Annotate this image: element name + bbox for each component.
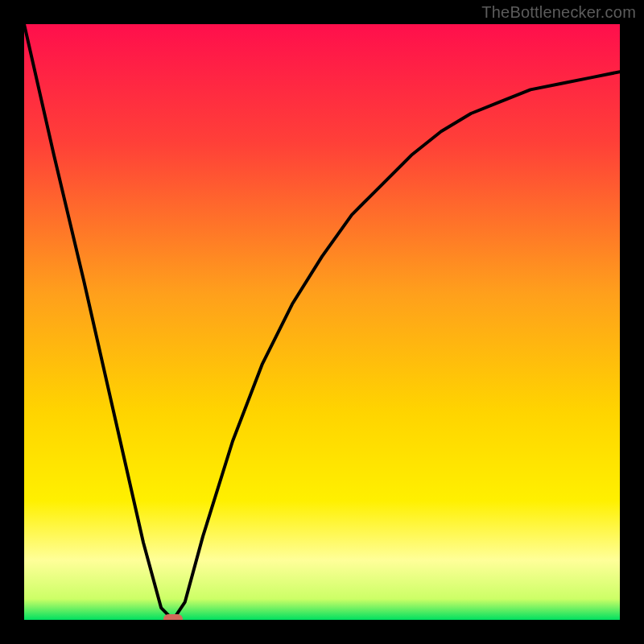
watermark-text: TheBottlenecker.com: [481, 3, 636, 22]
gradient-background: [24, 24, 620, 620]
chart-svg: [24, 24, 620, 620]
plot-area: [24, 24, 620, 620]
chart-frame: TheBottlenecker.com: [0, 0, 644, 644]
optimal-marker: [163, 614, 183, 620]
